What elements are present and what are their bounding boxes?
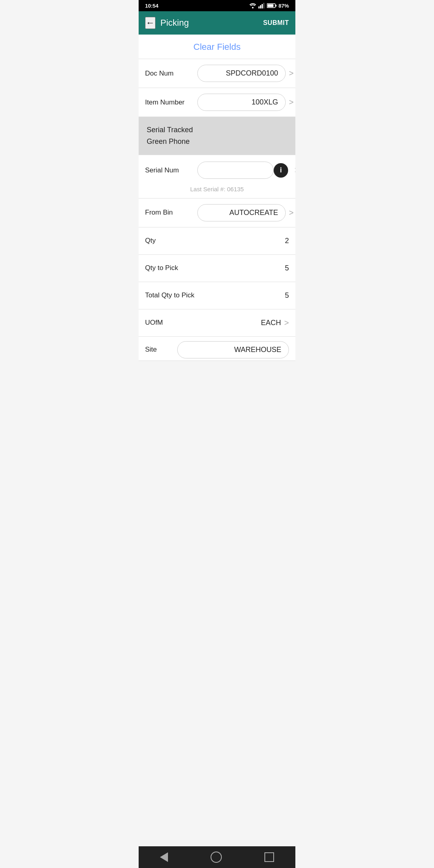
item-number-chevron: > <box>289 98 294 107</box>
svg-rect-1 <box>258 6 260 8</box>
uofm-value: EACH > <box>197 318 289 328</box>
site-value <box>177 341 289 358</box>
svg-rect-7 <box>267 4 273 7</box>
info-box-line2: Green Phone <box>147 136 287 147</box>
serial-hint: Last Serial #: 06135 <box>190 186 244 192</box>
from-bin-chevron: > <box>289 208 294 217</box>
site-row: Site <box>139 337 295 361</box>
site-input[interactable] <box>177 341 289 358</box>
serial-hint-row: Last Serial #: 06135 <box>139 182 295 199</box>
serial-num-row: Serial Num i > <box>139 155 295 182</box>
svg-rect-2 <box>260 5 261 8</box>
item-number-label: Item Number <box>145 98 197 106</box>
item-number-row: Item Number > <box>139 88 295 117</box>
clear-fields-button[interactable]: Clear Fields <box>193 42 240 52</box>
qty-to-pick-label: Qty to Pick <box>145 264 197 272</box>
doc-num-row: Doc Num > <box>139 59 295 88</box>
qty-to-pick-row: Qty to Pick 5 <box>139 255 295 282</box>
qty-to-pick-display: 5 <box>285 264 289 272</box>
clear-fields-row: Clear Fields <box>139 35 295 59</box>
app-bar: ← Picking SUBMIT <box>139 11 295 35</box>
from-bin-value: > <box>197 204 294 221</box>
from-bin-label: From Bin <box>145 209 197 217</box>
svg-rect-6 <box>276 5 276 7</box>
back-button[interactable]: ← <box>145 17 156 29</box>
battery-percent: 87% <box>278 3 289 9</box>
total-qty-to-pick-row: Total Qty to Pick 5 <box>139 282 295 309</box>
qty-to-pick-value: 5 <box>197 264 289 272</box>
app-bar-title: Picking <box>160 18 189 28</box>
info-box-line1: Serial Tracked <box>147 124 287 136</box>
status-bar: 10:54 87% <box>139 0 295 11</box>
battery-icon <box>267 3 276 8</box>
signal-icon <box>258 3 265 8</box>
doc-num-input[interactable] <box>197 65 286 82</box>
svg-rect-3 <box>262 4 263 8</box>
app-bar-left: ← Picking <box>145 17 189 29</box>
serial-num-input[interactable] <box>197 162 274 179</box>
doc-num-label: Doc Num <box>145 70 197 78</box>
serial-num-chevron: > <box>295 166 295 175</box>
uofm-chevron: > <box>284 318 289 328</box>
time: 10:54 <box>145 3 158 9</box>
serial-info-icon[interactable]: i <box>274 163 288 178</box>
qty-row: Qty 2 <box>139 227 295 255</box>
doc-num-chevron: > <box>289 69 294 78</box>
total-qty-to-pick-display: 5 <box>285 291 289 300</box>
uofm-label: UOfM <box>145 319 197 327</box>
submit-button[interactable]: SUBMIT <box>263 19 289 27</box>
qty-label: Qty <box>145 237 197 245</box>
item-number-value: > <box>197 94 294 111</box>
uofm-row: UOfM EACH > <box>139 309 295 337</box>
status-icons: 87% <box>249 3 289 9</box>
serial-num-value: i > <box>197 162 295 179</box>
form-content: Clear Fields Doc Num > Item Number > Ser… <box>139 35 295 361</box>
from-bin-input[interactable] <box>197 204 286 221</box>
info-box: Serial Tracked Green Phone <box>139 117 295 155</box>
qty-value: 2 <box>197 237 289 245</box>
total-qty-to-pick-label: Total Qty to Pick <box>145 291 197 299</box>
wifi-icon <box>249 3 256 8</box>
site-label: Site <box>145 346 177 354</box>
uofm-display: EACH <box>261 319 281 327</box>
item-number-input[interactable] <box>197 94 286 111</box>
from-bin-row: From Bin > <box>139 199 295 227</box>
svg-point-0 <box>252 7 254 8</box>
serial-num-label: Serial Num <box>145 166 197 174</box>
qty-display: 2 <box>285 237 289 245</box>
svg-rect-4 <box>263 3 264 8</box>
total-qty-to-pick-value: 5 <box>197 291 289 300</box>
doc-num-value: > <box>197 65 294 82</box>
